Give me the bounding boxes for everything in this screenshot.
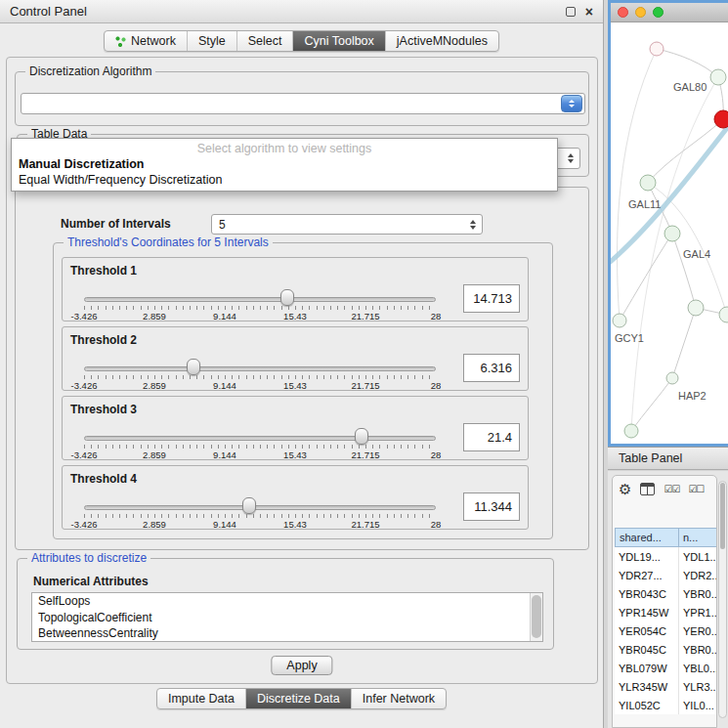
apply-button[interactable]: Apply: [271, 656, 332, 675]
slider-track[interactable]: [84, 436, 436, 441]
threshold-slider[interactable]: -3.4262.8599.14415.4321.71528: [84, 258, 436, 322]
tab-impute-data[interactable]: Impute Data: [157, 689, 246, 708]
selected-network-node[interactable]: [714, 110, 728, 128]
scale-label: 28: [431, 311, 442, 321]
table-row[interactable]: YDR27...YDR2...: [615, 566, 717, 584]
node-label: HAP2: [678, 390, 707, 402]
table-row[interactable]: YDL19...YDL1...: [615, 547, 717, 566]
list-item[interactable]: BetweennessCentrality: [32, 625, 542, 642]
network-node[interactable]: [666, 372, 678, 384]
network-node[interactable]: [664, 226, 680, 241]
zoom-traffic-light-icon[interactable]: [653, 7, 664, 18]
slider-ticks: [84, 514, 436, 518]
combo-arrows-icon: [568, 153, 574, 163]
node-label: GAL11: [628, 198, 661, 210]
table-row[interactable]: YBR043CYBR0...: [615, 584, 717, 603]
network-window-titlebar: [611, 3, 728, 22]
tab-cyni-toolbox[interactable]: Cyni Toolbox: [293, 31, 385, 51]
scrollbar-thumb[interactable]: [720, 483, 725, 549]
table-cell: YBL079W: [615, 659, 679, 677]
cyni-toolbox-content: Discretization Algorithm Select algorith…: [6, 57, 598, 684]
scale-label: 28: [431, 380, 442, 391]
slider-thumb[interactable]: [280, 289, 294, 306]
network-node[interactable]: [640, 175, 656, 191]
slider-thumb[interactable]: [242, 497, 256, 514]
attributes-group: Attributes to discretize Numerical Attri…: [17, 558, 554, 650]
slider-track[interactable]: [84, 505, 436, 510]
table-row[interactable]: YBL079WYBL0...: [615, 659, 717, 677]
tab-label: jActiveMNodules: [397, 34, 488, 48]
table-row[interactable]: YLR345WYLR3...: [615, 677, 717, 696]
table-header-row: shared...n...: [615, 528, 717, 547]
table-row[interactable]: YPR145WYPR1...: [615, 603, 717, 621]
tab-discretize-data[interactable]: Discretize Data: [246, 689, 352, 708]
table-toolbar: ⚙ ☑☑ ☑☐: [619, 482, 704, 496]
network-canvas[interactable]: GAL80 GAL11 GAL4 GCY1 HAP2: [611, 22, 728, 444]
scale-label: -3.426: [71, 450, 98, 460]
highlighted-edge[interactable]: [611, 124, 728, 265]
threshold-value-field[interactable]: 6.316: [463, 354, 520, 382]
screen: Control Panel × NetworkStyleSelectCyni T…: [0, 0, 728, 728]
algorithm-option[interactable]: Manual Discretization: [12, 156, 557, 172]
slider-thumb[interactable]: [187, 359, 200, 375]
algorithm-popup-options: Manual DiscretizationEqual Width/Frequen…: [12, 156, 557, 188]
tab-style[interactable]: Style: [188, 31, 237, 51]
close-icon[interactable]: ×: [585, 5, 593, 19]
slider-scale: -3.4262.8599.14415.4321.71528: [84, 450, 436, 461]
select-all-columns-icon[interactable]: ☑☑: [664, 484, 679, 494]
threshold-value-field[interactable]: 21.4: [463, 423, 520, 451]
attribute-list-box: SelfLoopsTopologicalCoefficientBetweenne…: [31, 592, 543, 642]
tab-jactivemnodules[interactable]: jActiveMNodules: [386, 31, 498, 51]
scale-label: 9.144: [213, 450, 236, 460]
network-node[interactable]: [650, 42, 664, 56]
threshold-box-3: Threshold 3-3.4262.8599.14415.4321.71528…: [62, 396, 529, 460]
network-node[interactable]: [710, 69, 726, 85]
threshold-slider[interactable]: -3.4262.8599.14415.4321.71528: [84, 397, 436, 461]
select-columns-icon[interactable]: ☑☐: [688, 484, 704, 494]
algorithm-combo[interactable]: [21, 93, 585, 114]
scale-label: 21.715: [351, 519, 379, 530]
algorithm-option[interactable]: Equal Width/Frequency Discretization: [12, 172, 557, 188]
table-row[interactable]: YER054CYER0...: [615, 621, 717, 640]
scale-label: 2.859: [143, 380, 166, 391]
combo-arrows-icon[interactable]: [561, 95, 582, 112]
threshold-slider[interactable]: -3.4262.8599.14415.4321.71528: [84, 466, 436, 531]
scale-label: 21.715: [351, 311, 379, 321]
slider-thumb[interactable]: [355, 428, 368, 445]
scrollbar-thumb[interactable]: [532, 595, 541, 638]
close-traffic-light-icon[interactable]: [618, 7, 628, 18]
slider-track[interactable]: [84, 366, 436, 371]
table-scrollbar[interactable]: [718, 481, 727, 718]
float-window-icon[interactable]: [566, 7, 576, 17]
threshold-value-field[interactable]: 14.713: [463, 284, 520, 313]
network-node[interactable]: [624, 424, 638, 438]
scale-label: 15.43: [283, 519, 307, 530]
scale-label: 2.859: [143, 450, 166, 460]
network-node[interactable]: [613, 314, 626, 327]
attribute-list-scrollbar[interactable]: [530, 593, 542, 641]
algorithm-dropdown-popup: Select algorithm to view settings Manual…: [11, 138, 558, 192]
scale-label: 28: [431, 450, 442, 460]
table-cell: YER054C: [615, 621, 679, 640]
threshold-slider[interactable]: -3.4262.8599.14415.4321.71528: [84, 327, 436, 392]
columns-icon[interactable]: [640, 483, 655, 495]
algorithm-hint: Select algorithm to view settings: [12, 139, 557, 156]
tab-label: Cyni Toolbox: [304, 34, 373, 48]
list-item[interactable]: SelfLoops: [32, 593, 542, 610]
column-header[interactable]: shared...: [615, 528, 679, 547]
minimize-traffic-light-icon[interactable]: [635, 7, 646, 18]
tab-network[interactable]: Network: [105, 31, 188, 51]
threshold-value-field[interactable]: 11.344: [463, 492, 520, 521]
list-item[interactable]: TopologicalCoefficient: [32, 610, 542, 626]
slider-track[interactable]: [84, 297, 436, 302]
tab-infer-network[interactable]: Infer Network: [352, 689, 446, 708]
network-node[interactable]: [688, 300, 704, 316]
network-node[interactable]: [719, 307, 728, 322]
table-row[interactable]: YBR045CYBR0...: [615, 640, 717, 659]
table-cell: YPR145W: [615, 603, 679, 621]
column-header[interactable]: n...: [679, 528, 717, 547]
num-intervals-combo[interactable]: 5: [211, 214, 483, 235]
gear-icon[interactable]: ⚙: [619, 482, 631, 496]
table-row[interactable]: YIL052CYIL0...: [615, 696, 717, 714]
tab-select[interactable]: Select: [237, 31, 294, 51]
